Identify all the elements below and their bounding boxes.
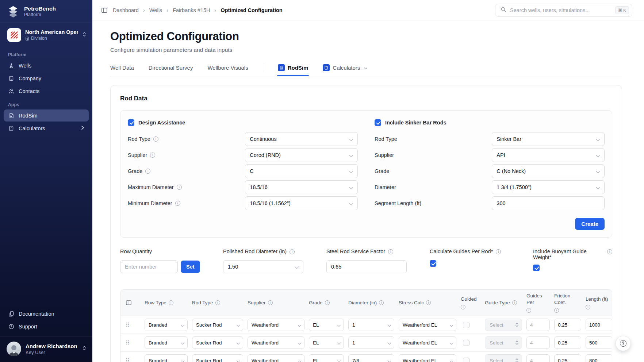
set-button[interactable]: Set xyxy=(181,261,200,273)
tab-wellbore-visuals[interactable]: Wellbore Visuals xyxy=(207,65,248,76)
grade-select[interactable]: EL xyxy=(309,336,344,349)
design-assistance-checkbox[interactable] xyxy=(128,119,134,126)
info-icon[interactable]: i xyxy=(215,300,220,305)
length-input[interactable] xyxy=(586,336,612,349)
friction-coef-input[interactable] xyxy=(554,336,581,349)
grade-select[interactable]: EL xyxy=(309,319,344,331)
stress-calc-select[interactable]: Weatherford EL xyxy=(399,354,456,362)
create-button[interactable]: Create xyxy=(575,218,605,230)
tab-rodsim[interactable]: RodSim xyxy=(278,64,308,76)
include-sinker-bar-rods-checkbox[interactable] xyxy=(375,119,381,126)
sidebar-item-calculators[interactable]: Calculators xyxy=(4,122,89,134)
info-icon[interactable]: i xyxy=(150,153,155,158)
rod-type-select[interactable]: Sucker Rod xyxy=(192,354,243,362)
grade-select[interactable]: EL xyxy=(309,354,344,362)
sinker-supplier-select[interactable]: API xyxy=(492,148,605,162)
row-type-select[interactable]: Branded xyxy=(145,319,188,331)
sinker-grade-select[interactable]: C (No Neck) xyxy=(492,164,605,178)
info-icon[interactable]: i xyxy=(268,300,273,305)
buoyant-guide-weight-checkbox[interactable] xyxy=(533,265,540,271)
org-selector[interactable]: North American Opera Division xyxy=(0,23,92,47)
info-icon[interactable]: i xyxy=(175,201,180,206)
info-icon[interactable]: i xyxy=(526,308,531,313)
sidebar-item-rodsim[interactable]: RodSim xyxy=(4,109,89,122)
info-icon[interactable]: i xyxy=(388,249,393,254)
guide-type-select[interactable]: Select xyxy=(485,354,522,362)
building-icon xyxy=(8,75,14,81)
diameter-select[interactable]: 1 xyxy=(348,336,394,349)
stress-calc-select[interactable]: Weatherford EL xyxy=(399,336,456,349)
stress-calc-select[interactable]: Weatherford EL xyxy=(399,319,456,331)
info-icon[interactable]: i xyxy=(145,169,150,174)
sinker-rod-type-select[interactable]: Sinker Bar xyxy=(492,132,605,146)
diameter-select[interactable]: 1 xyxy=(348,319,394,331)
sidebar-item-contacts[interactable]: Contacts xyxy=(4,85,89,97)
info-icon[interactable]: i xyxy=(177,185,182,190)
supplier-select[interactable]: Weatherford xyxy=(248,336,304,349)
segment-length-input[interactable] xyxy=(497,200,600,206)
tab-well-data[interactable]: Well Data xyxy=(110,65,134,76)
info-icon[interactable]: i xyxy=(512,300,517,305)
info-icon[interactable]: i xyxy=(496,249,501,254)
guide-type-select[interactable]: Select xyxy=(485,319,522,331)
sinker-diameter-select[interactable]: 1 3/4 (1.7500") xyxy=(492,180,605,194)
supplier-select[interactable]: Weatherford xyxy=(248,319,304,331)
friction-coef-input[interactable] xyxy=(554,354,581,362)
info-icon[interactable]: i xyxy=(169,300,173,305)
info-icon[interactable]: i xyxy=(607,249,612,254)
guide-type-select[interactable]: Select xyxy=(485,336,522,349)
tab-directional-survey[interactable]: Directional Survey xyxy=(149,65,193,76)
tab-divider xyxy=(263,63,263,72)
polished-rod-diameter-select[interactable]: 1.50 xyxy=(223,260,303,273)
grade-select[interactable]: C xyxy=(245,164,358,178)
breadcrumb-well[interactable]: Fairbanks #15H xyxy=(173,7,210,13)
row-type-select[interactable]: Branded xyxy=(145,354,188,362)
drag-handle-icon[interactable]: ⠿ xyxy=(126,340,140,346)
info-icon[interactable]: i xyxy=(426,300,431,305)
info-icon[interactable]: i xyxy=(290,249,295,254)
global-search[interactable]: ⌘ K xyxy=(495,4,632,17)
rod-type-select[interactable]: Sucker Rod xyxy=(192,336,243,349)
drag-handle-icon[interactable]: ⠿ xyxy=(126,322,140,328)
maximum-diameter-select[interactable]: 18.5/16 xyxy=(245,180,358,194)
steel-rod-service-factor-input[interactable] xyxy=(326,260,407,273)
guides-per-input[interactable] xyxy=(526,319,550,331)
guides-per-input[interactable] xyxy=(526,336,550,349)
search-input[interactable] xyxy=(510,7,612,13)
length-input[interactable] xyxy=(586,319,612,331)
length-input[interactable] xyxy=(586,354,612,362)
table-columns-icon[interactable] xyxy=(126,300,140,306)
rod-type-select[interactable]: Continuous xyxy=(245,132,358,146)
sidebar-item-wells[interactable]: Wells xyxy=(4,59,89,72)
guided-checkbox[interactable] xyxy=(463,340,469,346)
info-icon[interactable]: i xyxy=(325,300,330,305)
friction-coef-input[interactable] xyxy=(554,319,581,331)
sidebar-item-support[interactable]: Support xyxy=(4,320,89,332)
tab-calculators[interactable]: Calculators xyxy=(323,64,368,76)
guides-per-input[interactable] xyxy=(526,354,550,362)
info-icon[interactable]: i xyxy=(554,308,559,313)
info-icon[interactable]: i xyxy=(586,305,590,309)
info-icon[interactable]: i xyxy=(379,300,384,305)
info-icon[interactable]: i xyxy=(461,305,465,309)
breadcrumb-dashboard[interactable]: Dashboard xyxy=(113,7,139,13)
breadcrumb-wells[interactable]: Wells xyxy=(149,7,162,13)
guided-checkbox[interactable] xyxy=(463,358,469,362)
help-button[interactable]: ? xyxy=(616,336,631,351)
sidebar-item-documentation[interactable]: Documentation xyxy=(4,308,89,320)
user-menu[interactable]: Andrew Richardson Key User xyxy=(0,336,92,362)
minimum-diameter-select[interactable]: 18.5/16 (1.1562") xyxy=(245,196,358,210)
supplier-select[interactable]: Corod (RND) xyxy=(245,148,358,162)
row-type-select[interactable]: Branded xyxy=(145,336,188,349)
info-icon[interactable]: i xyxy=(153,136,158,142)
sidebar-toggle-icon[interactable] xyxy=(101,7,108,14)
calculate-guides-checkbox[interactable] xyxy=(430,260,436,267)
row-quantity-input[interactable] xyxy=(120,260,178,273)
sidebar-item-company[interactable]: Company xyxy=(4,72,89,84)
guided-checkbox[interactable] xyxy=(463,322,469,328)
drag-handle-icon[interactable]: ⠿ xyxy=(126,358,140,362)
rod-type-select[interactable]: Sucker Rod xyxy=(192,319,243,331)
supplier-select[interactable]: Weatherford xyxy=(248,354,304,362)
column-header-row-type: Row Typei xyxy=(145,300,188,306)
diameter-select[interactable]: 7/8 xyxy=(348,354,394,362)
